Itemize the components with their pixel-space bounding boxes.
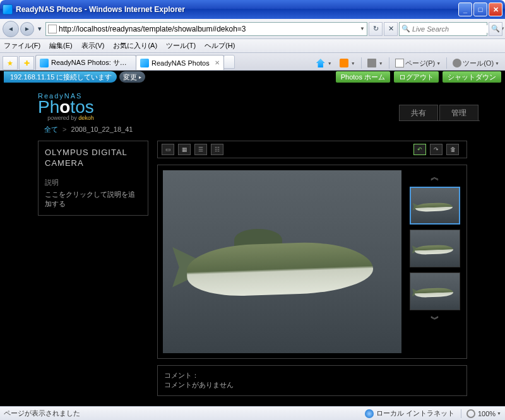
comment-box: コメント： コメントがありません bbox=[157, 365, 467, 396]
address-dropdown-icon[interactable]: ▼ bbox=[360, 26, 365, 32]
tools-menu[interactable]: ツール(O)▼ bbox=[449, 56, 502, 70]
tab-1-label: ReadyNAS Photos bbox=[152, 59, 212, 67]
page-menu[interactable]: ページ(P)▼ bbox=[392, 56, 444, 70]
nav-row: ◄ ► ▾ ▼ ↻ ✕ 🔍 ▼ 🔍 bbox=[0, 19, 505, 39]
home-button[interactable]: ▼ bbox=[313, 56, 335, 70]
readynas-main: OLYMPUS DIGITAL CAMERA 説明 ここをクリックして説明を追加… bbox=[0, 141, 505, 396]
menu-tools[interactable]: ツール(T) bbox=[166, 41, 196, 50]
menu-file[interactable]: ファイル(F) bbox=[4, 41, 40, 50]
description-text[interactable]: ここをクリックして説明を追加する bbox=[45, 190, 141, 209]
rss-button[interactable]: ▼ bbox=[336, 56, 359, 70]
page-icon bbox=[48, 25, 57, 33]
photo-title: OLYMPUS DIGITAL CAMERA bbox=[45, 148, 141, 169]
rotate-right-button[interactable]: ↷ bbox=[430, 144, 443, 155]
thumbnail-2[interactable] bbox=[410, 272, 460, 310]
logo-product: Photos bbox=[38, 100, 94, 115]
rss-icon bbox=[340, 59, 348, 67]
tools-icon bbox=[453, 59, 461, 67]
thumbnail-0[interactable] bbox=[410, 187, 460, 225]
center-column: ▭ ▦ ☰ ☷ ↶ ↷ 🗑 ︽ bbox=[157, 141, 467, 396]
zoom-control[interactable]: 100% ▼ bbox=[461, 409, 501, 418]
search-icon: 🔍 bbox=[401, 25, 410, 33]
security-zone[interactable]: ローカル イントラネット bbox=[365, 409, 454, 418]
zoom-value: 100% bbox=[478, 410, 496, 417]
tab-1-close-icon[interactable]: ✕ bbox=[215, 59, 220, 66]
page-icon bbox=[395, 59, 404, 67]
logout-button[interactable]: ログアウト bbox=[394, 71, 439, 83]
tab-row: ★ ✚ ReadyNAS Photos: サインアッ… ReadyNAS Pho… bbox=[0, 53, 505, 71]
url-input[interactable] bbox=[59, 23, 360, 35]
menu-favorites[interactable]: お気に入り(A) bbox=[113, 41, 157, 50]
globe-icon bbox=[365, 409, 374, 418]
new-tab-button[interactable] bbox=[223, 55, 235, 69]
readynas-tabs: 共有 管理 bbox=[399, 105, 480, 121]
separator bbox=[389, 57, 389, 69]
thumbnail-strip: ︽ ︾ bbox=[408, 170, 461, 353]
shutdown-button[interactable]: シャットダウン bbox=[443, 71, 501, 83]
readynas-logo: ReadyNAS Photos powered by dekoh bbox=[38, 92, 94, 121]
breadcrumb: 全て > 2008_10_22_18_41 bbox=[0, 121, 505, 141]
home-icon bbox=[316, 59, 325, 67]
search-go-button[interactable]: 🔍 bbox=[489, 22, 502, 36]
thumb-up-button[interactable]: ︽ bbox=[429, 170, 441, 184]
favorites-button[interactable]: ★ bbox=[3, 56, 18, 70]
delete-button[interactable]: 🗑 bbox=[446, 144, 459, 155]
search-box[interactable]: 🔍 ▼ bbox=[399, 22, 487, 36]
separator bbox=[446, 57, 447, 69]
breadcrumb-current: 2008_10_22_18_41 bbox=[71, 125, 133, 133]
tab-0-label: ReadyNAS Photos: サインアッ… bbox=[51, 58, 132, 67]
tab-1[interactable]: ReadyNAS Photos ✕ bbox=[136, 55, 224, 70]
tab-manage[interactable]: 管理 bbox=[439, 105, 478, 120]
command-bar: ▼ ▼ ▼ ページ(P)▼ ツール(O)▼ bbox=[313, 56, 502, 70]
address-bar[interactable]: ▼ bbox=[45, 22, 367, 36]
minimize-button[interactable]: _ bbox=[458, 3, 472, 16]
maximize-button[interactable]: □ bbox=[473, 3, 487, 16]
search-input[interactable] bbox=[412, 25, 500, 33]
view-toolbar: ▭ ▦ ☰ ☷ ↶ ↷ 🗑 bbox=[157, 141, 467, 158]
view-grid-button[interactable]: ▦ bbox=[178, 144, 191, 155]
change-label: 変更 bbox=[123, 73, 137, 82]
comment-text: コメントがありません bbox=[164, 380, 460, 390]
left-column: OLYMPUS DIGITAL CAMERA 説明 ここをクリックして説明を追加… bbox=[38, 141, 148, 396]
tab-0[interactable]: ReadyNAS Photos: サインアッ… bbox=[35, 55, 136, 70]
main-photo[interactable] bbox=[163, 170, 401, 353]
forward-button[interactable]: ► bbox=[20, 22, 34, 36]
print-icon bbox=[367, 59, 376, 67]
menu-edit[interactable]: 編集(E) bbox=[49, 41, 73, 50]
menu-help[interactable]: ヘルプ(H) bbox=[205, 41, 235, 50]
photo-area: ︽ ︾ bbox=[157, 165, 467, 359]
status-bar: ページが表示されました ローカル イントラネット 100% ▼ bbox=[0, 406, 505, 420]
readynas-topbar: 192.168.11.15 に接続しています 変更 ▸ Photos ホーム ロ… bbox=[0, 71, 505, 83]
view-detail-button[interactable]: ☷ bbox=[211, 144, 223, 155]
thumbnail-1[interactable] bbox=[410, 230, 460, 267]
view-slideshow-button[interactable]: ▭ bbox=[162, 144, 174, 155]
breadcrumb-separator: > bbox=[62, 125, 66, 133]
add-favorites-button[interactable]: ✚ bbox=[19, 56, 34, 70]
zoom-dropdown-icon: ▼ bbox=[497, 411, 501, 416]
tab-1-favicon bbox=[140, 59, 149, 67]
photo-content bbox=[163, 170, 401, 353]
menu-view[interactable]: 表示(V) bbox=[81, 41, 105, 50]
tools-label: ツール(O) bbox=[463, 59, 494, 68]
print-button[interactable]: ▼ bbox=[364, 56, 386, 70]
change-server-button[interactable]: 変更 ▸ bbox=[119, 71, 145, 83]
separator bbox=[361, 57, 362, 69]
zoom-icon bbox=[466, 409, 475, 418]
comment-label: コメント： bbox=[164, 371, 460, 380]
tab-share[interactable]: 共有 bbox=[399, 105, 438, 120]
rotate-left-button[interactable]: ↶ bbox=[413, 144, 426, 155]
stop-button[interactable]: ✕ bbox=[384, 22, 398, 36]
close-button[interactable]: ✕ bbox=[489, 3, 502, 16]
menu-bar: ファイル(F) 編集(E) 表示(V) お気に入り(A) ツール(T) ヘルプ(… bbox=[0, 39, 505, 53]
page-viewport: 192.168.11.15 に接続しています 変更 ▸ Photos ホーム ロ… bbox=[0, 71, 505, 406]
back-button[interactable]: ◄ bbox=[3, 21, 19, 37]
nav-history-dropdown[interactable]: ▾ bbox=[35, 25, 44, 33]
refresh-button[interactable]: ↻ bbox=[369, 22, 383, 36]
thumb-down-button[interactable]: ︾ bbox=[429, 313, 441, 327]
view-list-button[interactable]: ☰ bbox=[194, 144, 207, 155]
breadcrumb-root[interactable]: 全て bbox=[44, 125, 58, 133]
connection-status: 192.168.11.15 に接続しています bbox=[4, 71, 117, 83]
tab-strip: ReadyNAS Photos: サインアッ… ReadyNAS Photos … bbox=[35, 55, 313, 70]
photos-home-button[interactable]: Photos ホーム bbox=[336, 71, 390, 83]
ie-icon bbox=[3, 4, 13, 15]
